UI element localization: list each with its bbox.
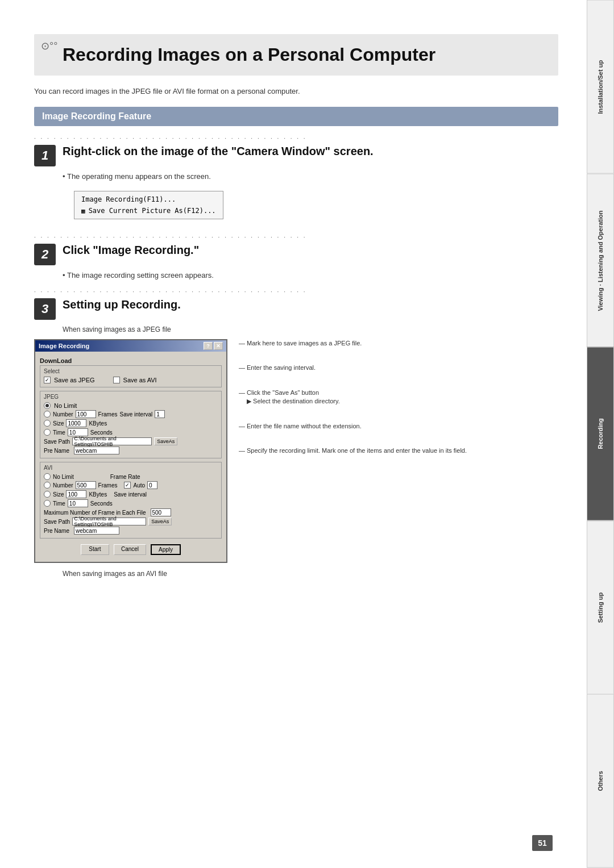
no-limit-label: No Limit [54,402,77,409]
avi-save-path-label: Save Path [44,519,70,525]
dialog-title: Image Recording [39,343,89,349]
sidebar-tab-others[interactable]: Others [587,694,614,868]
step-2-body: The image recording setting screen appea… [63,271,558,279]
save-path-input[interactable]: C:\Documents and Settings\TOSHIB [72,437,152,445]
number-label: Number [53,411,73,418]
jpeg-group: JPEG No Limit Number 100 Frames Save int… [40,391,222,458]
avi-number-row: Number 500 Frames ✓ Auto 0 [44,481,218,489]
size-radio[interactable] [44,420,51,427]
context-menu-item-2[interactable]: ▩ Save Current Picture As(F12)... [74,205,223,216]
time-radio[interactable] [44,429,51,436]
avi-number-input[interactable]: 500 [76,481,96,489]
number-input[interactable]: 100 [76,410,96,418]
avi-time-label: Time [53,500,65,507]
save-as-avi-checkbox[interactable] [113,377,120,383]
dialog-close-button[interactable]: ✕ [214,342,223,350]
start-button[interactable]: Start [81,544,109,555]
right-sidebar: Installation/Set up Viewing · Listening … [587,0,614,868]
sidebar-tab-installation-label: Installation/Set up [597,60,604,114]
avi-group-title: AVI [44,465,218,471]
pre-name-row: Pre Name webcam [44,446,218,454]
step-3-header: 3 Setting up Recording. [34,297,558,320]
step-2-title: Click "Image Recording." [63,243,199,257]
context-menu-item-2-label: Save Current Picture As(F12)... [89,207,216,215]
max-frame-input[interactable]: 500 [151,508,171,516]
title-dots: ⊙°° [41,40,57,52]
max-frame-label: Maximum Number of Frame in Each File [44,510,146,516]
time-label: Time [53,429,65,436]
page-subtitle: You can record images in the JPEG file o… [34,87,558,95]
feature-header: Image Recording Feature [34,107,558,126]
step-1-header: 1 Right-click on the image of the "Camer… [34,144,558,166]
avi-save-path-input[interactable]: C:\Documents and Settings\TOSHIB [72,518,146,525]
save-as-jpeg-label: Save as JPEG [54,377,95,383]
avi-time-radio[interactable] [44,500,51,507]
time-row: Time 10 Seconds [44,428,218,436]
avi-size-input[interactable]: 100 [66,490,86,498]
avi-kbytes-label: KBytes [89,491,107,498]
save-as-button[interactable]: SaveAs [154,437,177,445]
avi-no-limit-label: No Limit [53,474,74,480]
annotation-1-text: Mark here to save images as a JPEG file. [247,340,362,347]
avi-save-as-button[interactable]: SaveAs [148,518,172,525]
no-limit-row: No Limit [44,402,218,409]
step-3-dots: · · · · · · · · · · · · · · · · · · · · … [34,289,558,295]
step-1-dots: · · · · · · · · · · · · · · · · · · · · … [34,135,558,141]
step-2-block: · · · · · · · · · · · · · · · · · · · · … [34,234,558,279]
sidebar-tab-recording-label: Recording [597,419,604,449]
sidebar-tab-viewing[interactable]: Viewing · Listening and Operation [587,174,614,348]
dialog-help-button[interactable]: ? [204,342,213,350]
save-path-label: Save Path [44,439,70,445]
avi-time-input[interactable]: 10 [68,499,88,507]
when-avi-label: When saving images as an AVI file [63,570,558,578]
avi-auto-input[interactable]: 0 [147,481,157,489]
avi-pre-name-input[interactable]: webcam [74,527,119,535]
avi-size-label: Size [53,491,64,498]
sidebar-tab-setting-label: Setting up [597,592,604,623]
step-3-title: Setting up Recording. [63,297,181,312]
when-jpeg-label: When saving images as a JPEG file [63,326,558,333]
number-radio[interactable] [44,411,51,418]
avi-number-radio[interactable] [44,482,51,489]
avi-no-limit-row: No Limit Frame Rate [44,473,218,480]
avi-auto-checkbox[interactable]: ✓ [124,482,131,489]
step-2-dots: · · · · · · · · · · · · · · · · · · · · … [34,234,558,240]
step-3-block: · · · · · · · · · · · · · · · · · · · · … [34,289,558,578]
save-as-jpeg-checkbox[interactable]: ✓ [44,377,51,383]
cancel-button[interactable]: Cancel [114,544,146,555]
kbytes-label: KBytes [89,420,107,427]
pre-name-input[interactable]: webcam [74,446,119,454]
sidebar-tab-setting[interactable]: Setting up [587,521,614,695]
pre-name-label: Pre Name [44,448,69,454]
avi-size-row: Size 100 KBytes Save interval [44,490,218,498]
step-1-number: 1 [34,145,56,166]
avi-number-label: Number [53,482,73,489]
apply-button[interactable]: Apply [151,544,181,555]
dialog-titlebar-buttons: ? ✕ [204,342,223,350]
annotation-2-text: Enter the saving interval. [247,364,316,371]
step-1-bullet: The operating menu appears on the screen… [63,172,558,181]
annotation-4: Enter the file name without the extensio… [239,422,558,431]
jpeg-group-title: JPEG [44,394,218,400]
sidebar-tab-installation[interactable]: Installation/Set up [587,0,614,174]
annotation-3: Click the "Save As" button▶ Select the d… [239,389,558,406]
dialog-titlebar: Image Recording ? ✕ [35,340,226,352]
download-label: DownLoad [40,357,222,364]
number-row: Number 100 Frames Save interval 1 [44,410,218,418]
interval-input[interactable]: 1 [155,410,165,418]
sidebar-tab-recording[interactable]: Recording [587,347,614,521]
time-input[interactable]: 10 [68,428,88,436]
avi-size-radio[interactable] [44,491,51,498]
annotation-1: Mark here to save images as a JPEG file. [239,339,558,348]
save-interval-label: Save interval [119,411,152,418]
avi-group: AVI No Limit Frame Rate Number 500 Frame… [40,462,222,539]
size-input[interactable]: 1000 [66,419,86,427]
size-row: Size 1000 KBytes [44,419,218,427]
avi-no-limit-radio[interactable] [44,473,51,480]
avi-pre-name-label: Pre Name [44,528,69,534]
context-menu-item-1[interactable]: Image Recording(F11)... [74,194,223,205]
step-3-number: 3 [34,298,56,320]
no-limit-radio[interactable] [44,402,51,409]
select-group-title: Select [44,368,218,374]
step-1-body: The operating menu appears on the screen… [63,172,558,225]
